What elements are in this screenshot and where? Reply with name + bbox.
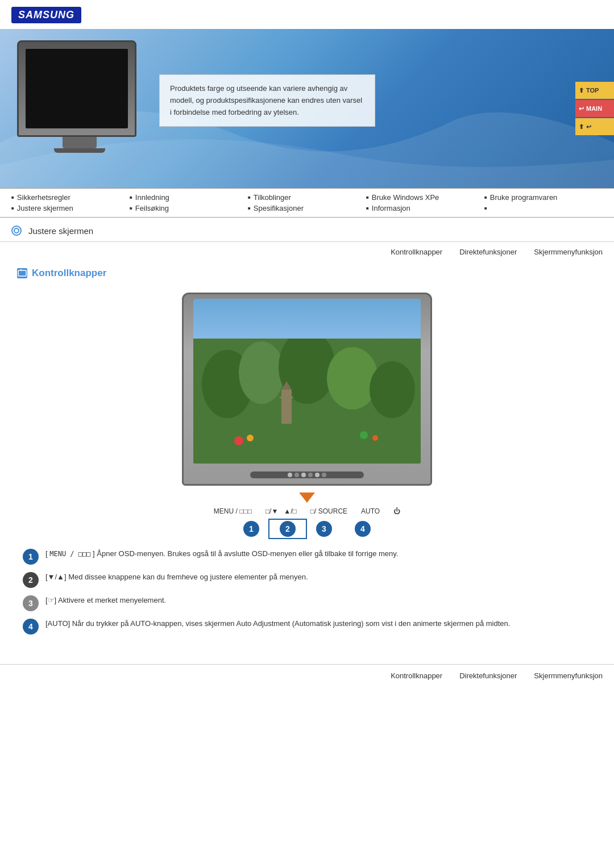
svg-rect-1: [18, 270, 26, 276]
btn-dot-3: [301, 473, 306, 477]
instruction-list: 1 [ MENU / □□□ ] Åpner OSD-menyen. Bruke…: [0, 548, 614, 653]
ctrl-number-row: 1 2 3 4: [0, 518, 614, 548]
instr-number-1: 1: [23, 549, 39, 565]
control-labels-row: MENU / □□□ □/▼ ▲/□ □/ SOURCE AUTO ⏻: [0, 503, 614, 518]
instruction-item-3: 3 [☞] Aktivere et merket menyelement.: [23, 595, 591, 611]
hero-banner: Produktets farge og utseende kan variere…: [0, 29, 614, 188]
section-heading: Kontrollknapper: [0, 262, 614, 287]
svg-point-8: [370, 361, 415, 418]
bottom-nav-direktefunksjoner[interactable]: Direktefunksjoner: [459, 671, 517, 680]
nav-item-informasjon[interactable]: Informasjon: [366, 204, 484, 212]
side-navigation[interactable]: ⬆ TOP ↩ MAIN ⬆ ↩: [575, 82, 614, 135]
page-title-bar: Justere skjermen: [0, 218, 614, 242]
header: SAMSUNG: [0, 0, 614, 23]
svg-point-0: [14, 228, 19, 233]
main-arrow-icon: ↩: [579, 105, 584, 112]
btn-dot-4: [308, 473, 313, 477]
instr-text-2: [▼/▲] Med dissee knappene kan du fremhev…: [45, 571, 308, 583]
page-title-icon: [11, 226, 22, 236]
nav-item-tilkoblinger[interactable]: Tilkoblinger: [248, 193, 366, 202]
nav-item-empty: [484, 204, 603, 212]
sub-navigation: Kontrollknapper Direktefunksjoner Skjerm…: [0, 242, 614, 262]
hero-monitor-graphic: [17, 40, 142, 154]
instr-number-4: 4: [23, 619, 39, 635]
sub-nav-direktefunksjoner[interactable]: Direktefunksjoner: [459, 248, 517, 256]
nav-item-bruke-programvaren[interactable]: Bruke programvaren: [484, 193, 603, 202]
arrow-down-icon: [299, 493, 315, 503]
top-arrow-icon: ⬆: [579, 87, 584, 94]
svg-point-13: [247, 435, 254, 441]
diagram-monitor: [182, 293, 432, 486]
ctrl-num-1: 1: [243, 521, 259, 537]
back-button[interactable]: ⬆ ↩: [575, 118, 614, 135]
sub-nav-kontrollknapper[interactable]: Kontrollknapper: [391, 248, 442, 256]
svg-point-12: [234, 436, 243, 445]
diagram-screen: [193, 299, 421, 464]
section-title: Kontrollknapper: [32, 268, 106, 279]
svg-point-5: [239, 341, 284, 404]
section-icon: [17, 268, 27, 278]
samsung-logo: SAMSUNG: [11, 7, 81, 23]
sub-nav-skjermmenyfunksjon[interactable]: Skjermmenyfunksjon: [534, 248, 603, 256]
nav-item-innledning[interactable]: Innledning: [130, 193, 248, 202]
btn-dot-6: [322, 473, 326, 477]
ctrl-label-auto: AUTO: [354, 507, 387, 515]
instruction-item-2: 2 [▼/▲] Med dissee knappene kan du fremh…: [23, 571, 591, 588]
ctrl-num-2: 2: [280, 521, 296, 537]
svg-rect-2: [20, 269, 22, 270]
navigation-menu: Sikkerhetsregler Innledning Tilkoblinger…: [0, 188, 614, 218]
nav-item-justere[interactable]: Justere skjermen: [11, 204, 130, 212]
instr-number-3: 3: [23, 595, 39, 611]
svg-point-14: [360, 431, 368, 439]
ctrl-label-source: □/ SOURCE: [304, 507, 354, 515]
monitor-button-bar: [250, 471, 364, 478]
bottom-nav-skjermmenyfunksjon[interactable]: Skjermmenyfunksjon: [534, 671, 603, 680]
top-button[interactable]: ⬆ TOP: [575, 82, 614, 99]
instr-text-1: [ MENU / □□□ ] Åpner OSD-menyen. Brukes …: [45, 548, 398, 560]
ctrl-num-4: 4: [355, 521, 371, 537]
svg-point-15: [372, 435, 378, 441]
ctrl-num-3: 3: [316, 521, 332, 537]
nav-item-bruke-windows[interactable]: Bruke Windows XPe: [366, 193, 484, 202]
ctrl-label-nav: □/▼ ▲/□: [259, 507, 304, 515]
svg-point-7: [327, 347, 378, 410]
nav-item-sikkerhetsregler[interactable]: Sikkerhetsregler: [11, 193, 130, 202]
btn-dot-1: [288, 473, 292, 477]
arrow-down-container: [0, 493, 614, 503]
ctrl-label-power: ⏻: [387, 507, 407, 515]
nav-item-feilsoking[interactable]: Feilsøking: [130, 204, 248, 212]
bottom-nav-kontrollknapper[interactable]: Kontrollknapper: [391, 671, 442, 680]
main-button[interactable]: ↩ MAIN: [575, 100, 614, 117]
ctrl-bracket-2: 2: [268, 519, 307, 539]
instr-text-4: [AUTO] Når du trykker på AUTO-knappen, v…: [45, 618, 510, 630]
diagram-container: [182, 293, 432, 486]
ctrl-label-menu: MENU / □□□: [207, 507, 259, 515]
hero-description: Produktets farge og utseende kan variere…: [159, 74, 375, 127]
page-title: Justere skjermen: [28, 226, 93, 236]
bottom-sub-navigation: Kontrollknapper Direktefunksjoner Skjerm…: [0, 664, 614, 687]
nav-item-spesifikasjoner[interactable]: Spesifikasjoner: [248, 204, 366, 212]
instr-number-2: 2: [23, 572, 39, 588]
instr-text-3: [☞] Aktivere et merket menyelement.: [45, 595, 166, 607]
btn-dot-5: [315, 473, 320, 477]
back-arrow-icon: ⬆: [579, 123, 584, 131]
instruction-item-4: 4 [AUTO] Når du trykker på AUTO-knappen,…: [23, 618, 591, 635]
btn-dot-2: [294, 473, 299, 477]
monitor-diagram: [0, 287, 614, 497]
instruction-item-1: 1 [ MENU / □□□ ] Åpner OSD-menyen. Bruke…: [23, 548, 591, 565]
